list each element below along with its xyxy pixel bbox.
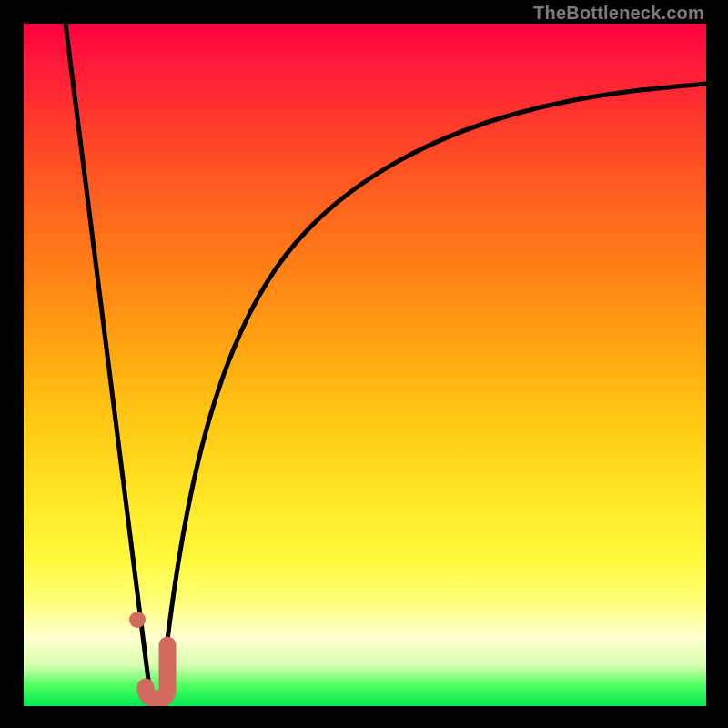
curve-left-branch [66, 24, 149, 687]
curve-right-branch [162, 84, 706, 687]
plot-area [24, 24, 706, 706]
bottleneck-curve [24, 24, 706, 706]
marker-dot [129, 612, 146, 628]
outer-frame: TheBottleneck.com [0, 0, 728, 728]
attribution-label: TheBottleneck.com [533, 3, 704, 24]
